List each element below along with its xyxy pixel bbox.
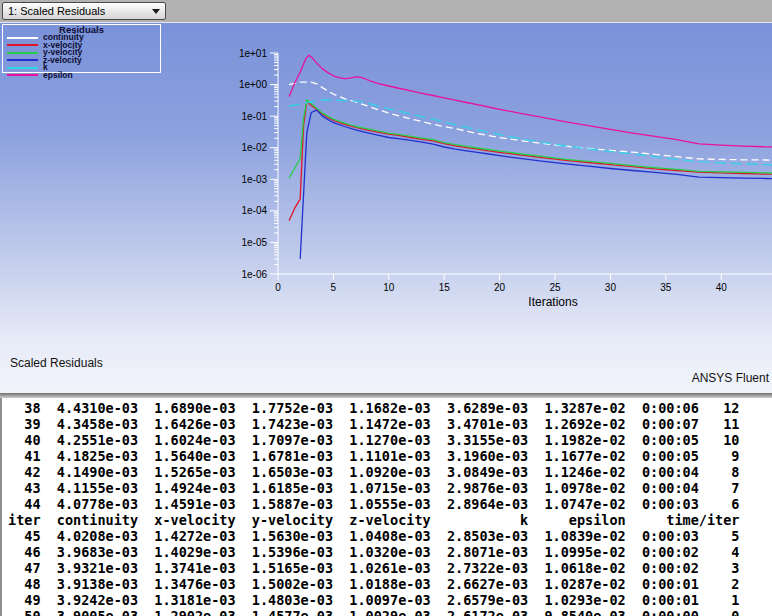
svg-text:1e-03: 1e-03 xyxy=(241,174,267,185)
series-epsilon xyxy=(289,55,772,147)
svg-text:1e-06: 1e-06 xyxy=(241,269,267,280)
legend-line-swatch xyxy=(7,74,38,76)
svg-text:30: 30 xyxy=(605,282,617,293)
graphics-window[interactable]: Residuals continuityx-velocityy-velocity… xyxy=(0,23,772,393)
svg-text:1e+01: 1e+01 xyxy=(239,48,268,59)
series-continuity xyxy=(289,82,772,160)
series-y-velocity xyxy=(289,100,772,178)
legend-row: epsilon xyxy=(3,72,160,80)
legend-line-swatch xyxy=(7,59,38,61)
legend-line-swatch xyxy=(7,37,38,39)
chevron-down-icon xyxy=(152,9,160,14)
svg-text:40: 40 xyxy=(716,282,728,293)
legend-row: z-velocity xyxy=(3,57,160,65)
console-text: 38 4.4310e-03 1.6890e-03 1.7752e-03 1.16… xyxy=(2,398,772,616)
legend-row: k xyxy=(3,64,160,72)
residuals-legend: Residuals continuityx-velocityy-velocity… xyxy=(2,24,161,73)
console-output[interactable]: 38 4.4310e-03 1.6890e-03 1.7752e-03 1.16… xyxy=(0,398,772,616)
svg-text:1e-01: 1e-01 xyxy=(241,111,267,122)
svg-text:15: 15 xyxy=(439,282,451,293)
svg-text:25: 25 xyxy=(549,282,561,293)
svg-text:1e-04: 1e-04 xyxy=(241,205,267,216)
graphics-toolbar: 1: Scaled Residuals xyxy=(0,0,772,23)
series-z-velocity xyxy=(300,110,772,259)
legend-rows: continuityx-velocityy-velocityz-velocity… xyxy=(3,34,160,79)
svg-text:0: 0 xyxy=(275,282,281,293)
svg-text:35: 35 xyxy=(660,282,672,293)
legend-series-label: z-velocity xyxy=(43,57,82,64)
legend-line-swatch xyxy=(7,44,38,46)
fluent-window: 1: Scaled Residuals Residuals continuity… xyxy=(0,0,772,616)
graphics-window-selector[interactable]: 1: Scaled Residuals xyxy=(2,2,166,20)
svg-text:1e+00: 1e+00 xyxy=(239,79,268,90)
svg-text:20: 20 xyxy=(494,282,506,293)
legend-line-swatch xyxy=(7,67,38,69)
svg-text:1e-02: 1e-02 xyxy=(241,142,267,153)
graphics-window-selector-value: 1: Scaled Residuals xyxy=(8,5,148,17)
svg-text:5: 5 xyxy=(331,282,337,293)
legend-line-swatch xyxy=(7,52,38,54)
svg-text:1e-05: 1e-05 xyxy=(241,237,267,248)
legend-series-label: epsilon xyxy=(43,72,73,79)
svg-text:Iterations: Iterations xyxy=(528,295,577,309)
svg-text:10: 10 xyxy=(383,282,395,293)
